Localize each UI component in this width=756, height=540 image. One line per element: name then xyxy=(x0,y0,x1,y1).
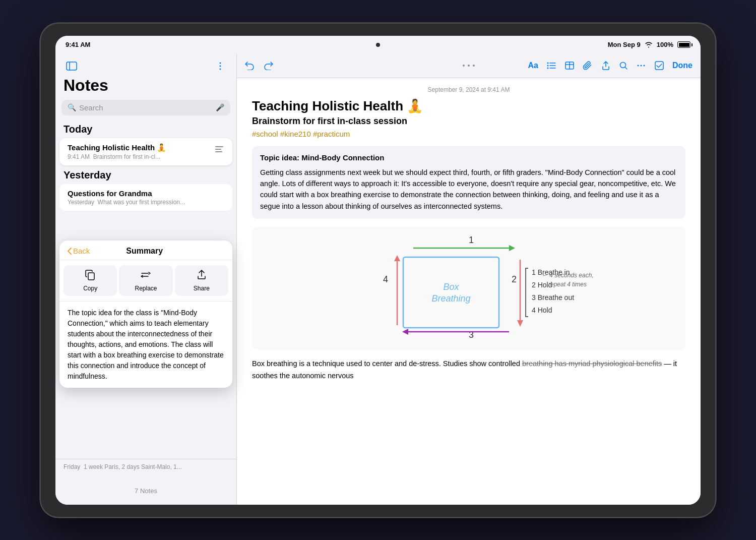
svg-text:Box: Box xyxy=(443,282,459,292)
replace-action-button[interactable]: Replace xyxy=(119,265,172,296)
note-text-grandma: Questions for Grandma Yesterday What was… xyxy=(68,189,224,206)
notes-count: 7 Notes xyxy=(55,481,236,499)
share-label: Share xyxy=(194,285,210,292)
camera-indicator xyxy=(376,43,380,47)
svg-text:Breathing: Breathing xyxy=(431,293,470,304)
share-action-button[interactable]: Share xyxy=(175,265,228,296)
toolbar-font-icon[interactable]: Aa xyxy=(528,61,538,70)
svg-point-4 xyxy=(220,68,221,70)
toolbar-checkbox-icon[interactable] xyxy=(654,61,664,71)
toolbar-table-icon[interactable] xyxy=(564,61,575,70)
status-time-date: 9:41 AM xyxy=(66,41,90,48)
note-meta-teaching: 9:41 AM Brainstorm for first in-cl... xyxy=(68,153,209,160)
strikethrough-text: breathing has myriad physiological benef… xyxy=(522,359,662,368)
sidebar-title: Notes xyxy=(55,74,236,100)
toolbar-share-icon[interactable] xyxy=(601,61,611,71)
svg-point-22 xyxy=(644,65,645,67)
svg-point-21 xyxy=(641,65,642,67)
back-label: Back xyxy=(73,247,90,255)
svg-marker-35 xyxy=(402,329,408,335)
note-meta-grandma: Yesterday What was your first impression… xyxy=(68,199,224,206)
summary-title: Summary xyxy=(94,247,195,256)
svg-point-13 xyxy=(547,65,549,67)
svg-text:3  Breathe out: 3 Breathe out xyxy=(532,293,574,302)
note-title-teaching: Teaching Holistic Health 🧘 xyxy=(68,143,209,152)
topic-box-text: Getting class assignments next week but … xyxy=(260,167,677,212)
svg-text:4  Hold: 4 Hold xyxy=(532,306,552,314)
svg-marker-38 xyxy=(394,255,400,261)
toolbar-attach-icon[interactable] xyxy=(583,61,593,71)
date-label: Mon Sep 9 xyxy=(608,41,641,48)
editor-content[interactable]: September 9, 2024 at 9:41 AM Teaching Ho… xyxy=(237,78,701,505)
toolbar-search-icon[interactable] xyxy=(619,61,628,70)
note-title-grandma: Questions for Grandma xyxy=(68,189,224,198)
svg-rect-8 xyxy=(88,273,94,280)
breathing-diagram: 1 Box Breathing 2 xyxy=(257,232,680,343)
wifi-icon xyxy=(645,42,653,48)
sidebar-more-icon[interactable] xyxy=(212,58,228,74)
summary-header: Back Summary xyxy=(59,241,232,260)
sidebar-header xyxy=(55,54,236,74)
toolbar-more-icon[interactable] xyxy=(636,61,646,71)
svg-point-18 xyxy=(620,63,626,68)
copy-icon xyxy=(85,269,96,283)
svg-text:4: 4 xyxy=(383,274,388,284)
toolbar-right: Aa xyxy=(528,61,692,71)
svg-text:← 4 seconds each,: ← 4 seconds each, xyxy=(542,272,594,279)
toolbar-undo-icon[interactable] xyxy=(263,61,273,70)
search-bar[interactable]: 🔍 Search 🎤 xyxy=(61,100,230,115)
note-text-teaching: Teaching Holistic Health 🧘 9:41 AM Brain… xyxy=(68,143,209,160)
editor-toolbar: Aa xyxy=(237,54,701,78)
svg-text:repeat 4 times: repeat 4 times xyxy=(548,281,587,288)
note-subtitle: Brainstorm for first in-class session xyxy=(252,116,685,127)
toolbar-dots-area xyxy=(463,65,475,67)
svg-rect-5 xyxy=(215,146,223,147)
svg-point-14 xyxy=(547,68,549,69)
note-item-teaching[interactable]: Teaching Holistic Health 🧘 9:41 AM Brain… xyxy=(59,138,232,165)
svg-rect-0 xyxy=(67,62,77,70)
svg-rect-27 xyxy=(403,257,499,328)
svg-marker-32 xyxy=(517,320,523,327)
svg-rect-7 xyxy=(215,151,222,152)
back-button[interactable]: Back xyxy=(68,247,90,255)
toolbar-back-icon[interactable] xyxy=(245,61,255,70)
battery-icon xyxy=(677,41,690,48)
svg-point-2 xyxy=(220,62,221,64)
svg-line-19 xyxy=(625,68,627,70)
ipad-device: 9:41 AM Mon Sep 9 100% xyxy=(40,23,716,517)
ipad-screen: 9:41 AM Mon Sep 9 100% xyxy=(55,36,701,505)
body-text: Box breathing is a technique used to cen… xyxy=(252,358,685,381)
yesterday-section-label: Yesterday xyxy=(55,167,236,184)
copy-action-button[interactable]: Copy xyxy=(64,265,117,296)
toolbar-left xyxy=(245,61,273,70)
mic-icon: 🎤 xyxy=(216,103,224,111)
share-icon xyxy=(196,269,207,283)
status-right: Mon Sep 9 100% xyxy=(608,41,690,48)
done-button[interactable]: Done xyxy=(672,61,692,70)
topic-box: Topic idea: Mind-Body Connection Getting… xyxy=(252,146,685,219)
today-section-label: Today xyxy=(55,122,236,138)
summary-content: The topic idea for the class is "Mind-Bo… xyxy=(59,302,232,388)
summary-popup: Back Summary xyxy=(59,241,232,388)
replace-label: Replace xyxy=(135,285,157,292)
search-icon: 🔍 xyxy=(68,103,76,111)
search-placeholder: Search xyxy=(79,103,213,112)
sidebar: Notes 🔍 Search 🎤 Today Teaching Holistic… xyxy=(55,54,237,505)
replace-icon xyxy=(140,269,151,283)
copy-label: Copy xyxy=(83,285,97,292)
toolbar-list-icon[interactable] xyxy=(546,61,556,70)
note-item-grandma[interactable]: Questions for Grandma Yesterday What was… xyxy=(59,184,232,211)
battery-percent: 100% xyxy=(657,41,673,48)
svg-point-12 xyxy=(547,63,549,64)
battery-fill xyxy=(679,43,689,47)
svg-point-3 xyxy=(220,65,221,67)
svg-text:2: 2 xyxy=(512,274,517,284)
note-date: September 9, 2024 at 9:41 AM xyxy=(252,86,685,93)
topic-box-title: Topic idea: Mind-Body Connection xyxy=(260,153,677,162)
note-editor: Aa xyxy=(237,54,701,505)
bottom-note-area: Friday 1 week Paris, 2 days Saint-Malo, … xyxy=(55,459,236,474)
sidebar-panel-icon[interactable] xyxy=(64,58,80,74)
status-center xyxy=(376,43,380,47)
note-lines-icon xyxy=(214,144,224,157)
svg-marker-26 xyxy=(509,245,515,251)
